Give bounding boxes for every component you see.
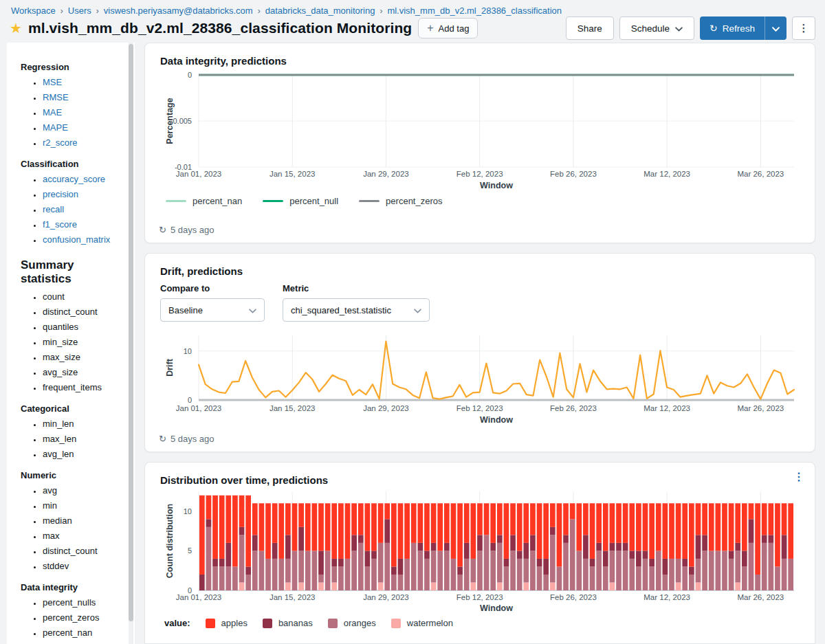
legend-item-apples[interactable]: apples	[206, 618, 248, 628]
sidebar-item-min: min	[43, 500, 125, 511]
drift-chart: 010Jan 01, 2023Jan 15, 2023Jan 29, 2023F…	[145, 324, 815, 426]
svg-text:Mar 12, 2023: Mar 12, 2023	[644, 404, 690, 412]
sidebar-item-precision[interactable]: precision	[43, 189, 125, 199]
refresh-icon: ↻	[710, 23, 718, 34]
svg-text:Drift: Drift	[165, 358, 175, 377]
sidebar-item-frequent_items: frequent_items	[43, 382, 125, 392]
sidebar-item-r2_score[interactable]: r2_score	[43, 137, 125, 148]
svg-text:Jan 01, 2023: Jan 01, 2023	[176, 170, 222, 178]
metric-label: Metric	[283, 283, 430, 293]
refresh-dropdown-button[interactable]	[764, 16, 786, 40]
svg-text:Jan 15, 2023: Jan 15, 2023	[270, 404, 316, 412]
sidebar-item-confusion_matrix[interactable]: confusion_matrix	[43, 234, 125, 245]
sidebar-item-MAE[interactable]: MAE	[43, 107, 125, 118]
metric-select[interactable]: chi_squared_test.statistic	[283, 298, 430, 322]
schedule-label: Schedule	[631, 23, 670, 34]
sidebar-item-count: count	[43, 291, 125, 302]
breadcrumb-link[interactable]: ml.vish_mm_db_v2.ml_28386_classification	[387, 5, 562, 16]
sidebar-item-avg: avg	[43, 485, 125, 496]
sidebar-item-quantiles: quantiles	[43, 322, 125, 332]
legend-label: watermelon	[407, 618, 453, 628]
svg-text:Jan 15, 2023: Jan 15, 2023	[270, 593, 316, 601]
sidebar-item-min_size: min_size	[43, 337, 125, 347]
svg-text:Feb 26, 2023: Feb 26, 2023	[550, 404, 597, 412]
legend-swatch-icon	[359, 200, 380, 202]
legend-item-oranges[interactable]: oranges	[328, 618, 376, 628]
svg-text:Mar 26, 2023: Mar 26, 2023	[737, 170, 784, 178]
drift-controls: Compare to Baseline Metric chi_squared_t…	[145, 277, 815, 322]
svg-text:Feb 26, 2023: Feb 26, 2023	[550, 593, 597, 601]
sidebar-scrollbar-thumb[interactable]	[129, 44, 133, 621]
drift-card: Drift, predictions Compare to Baseline M…	[144, 253, 815, 452]
breadcrumb-link[interactable]: Users	[68, 5, 91, 16]
sidebar-item-RMSE[interactable]: RMSE	[43, 92, 125, 102]
svg-text:Count distribution: Count distribution	[165, 504, 175, 578]
last-refreshed-label: 5 days ago	[170, 434, 214, 444]
card-title: Distribution over time, predictions	[145, 463, 815, 486]
sidebar-item-percent_nulls: percent_nulls	[43, 597, 125, 608]
svg-text:Feb 12, 2023: Feb 12, 2023	[456, 593, 503, 601]
sidebar-item-stddev: stddev	[43, 561, 125, 571]
svg-text:Jan 01, 2023: Jan 01, 2023	[176, 593, 222, 601]
refresh-button[interactable]: ↻ Refresh	[700, 16, 764, 40]
title-row: ★ ml.vish_mm_db_v2.ml_28386_classificati…	[10, 18, 478, 38]
svg-text:Feb 12, 2023: Feb 12, 2023	[456, 404, 503, 412]
compare-to-select[interactable]: Baseline	[160, 298, 265, 322]
favorite-star-icon[interactable]: ★	[10, 21, 22, 35]
refresh-icon: ↻	[159, 225, 166, 235]
legend-swatch-icon	[328, 619, 338, 628]
sidebar-section-list: min_lenmax_lenavg_len	[21, 419, 125, 459]
distribution-legend: value:applesbananasorangeswatermelon	[145, 614, 815, 628]
distribution-card: Distribution over time, predictions ⋮ 05…	[144, 462, 815, 644]
breadcrumb-separator: ›	[60, 6, 63, 16]
sidebar-item-accuracy_score[interactable]: accuracy_score	[43, 174, 125, 184]
legend-item-watermelon[interactable]: watermelon	[391, 618, 453, 628]
card-title: Drift, predictions	[145, 254, 815, 277]
breadcrumb-link[interactable]: databricks_data_monitoring	[265, 5, 375, 16]
sidebar-item-f1_score[interactable]: f1_score	[43, 219, 125, 230]
sidebar-item-max: max	[43, 531, 125, 541]
sidebar-scrollbar[interactable]	[129, 43, 133, 644]
page-title: ml.vish_mm_db_v2.ml_28386_classification…	[28, 20, 412, 36]
sidebar-item-max_len: max_len	[43, 434, 125, 444]
svg-text:10: 10	[184, 347, 192, 355]
sidebar-section-list: avgminmedianmaxdistinct_countstddev	[21, 485, 125, 571]
header-kebab-button[interactable]: ⋮	[792, 16, 815, 40]
legend-item-bananas[interactable]: bananas	[263, 618, 313, 628]
legend-item-percent_nan[interactable]: percent_nan	[166, 196, 242, 206]
legend-swatch-icon	[166, 200, 186, 202]
compare-to-label: Compare to	[160, 283, 265, 293]
sidebar-item-MAPE[interactable]: MAPE	[43, 122, 125, 133]
metrics-sidebar: RegressionMSERMSEMAEMAPEr2_scoreClassifi…	[7, 43, 135, 644]
sidebar-item-MSE[interactable]: MSE	[43, 77, 125, 87]
chevron-down-icon	[675, 23, 683, 34]
sidebar-item-max_size: max_size	[43, 352, 125, 362]
sidebar-item-avg_size: avg_size	[43, 367, 125, 377]
svg-text:Mar 26, 2023: Mar 26, 2023	[737, 593, 784, 601]
last-refreshed-label: 5 days ago	[170, 225, 214, 235]
legend-item-percent_zeros[interactable]: percent_zeros	[359, 196, 442, 206]
svg-text:Window: Window	[480, 181, 513, 190]
last-refreshed: ↻ 5 days ago	[159, 434, 214, 444]
sidebar-item-distinct_count: distinct_count	[43, 546, 125, 556]
distribution-chart: 0510Jan 01, 2023Jan 15, 2023Jan 29, 2023…	[145, 489, 815, 614]
schedule-button[interactable]: Schedule	[619, 16, 694, 40]
share-button[interactable]: Share	[566, 16, 614, 40]
legend-label: percent_nan	[192, 196, 242, 206]
sidebar-item-min_len: min_len	[43, 419, 125, 429]
card-kebab-button[interactable]: ⋮	[793, 471, 804, 482]
legend-item-percent_null[interactable]: percent_null	[263, 196, 338, 206]
svg-text:Feb 26, 2023: Feb 26, 2023	[550, 170, 597, 178]
svg-text:0: 0	[188, 71, 192, 79]
breadcrumb-link[interactable]: viswesh.periyasamy@databricks.com	[104, 5, 253, 16]
sidebar-section-title: Categorical	[21, 403, 125, 414]
legend-swatch-icon	[263, 200, 283, 202]
card-title: Data integrity, predictions	[145, 43, 815, 67]
sidebar-item-recall[interactable]: recall	[43, 204, 125, 214]
legend-swatch-icon	[206, 619, 215, 628]
breadcrumb-separator: ›	[380, 6, 382, 16]
legend-label: percent_zeros	[386, 196, 442, 206]
sidebar-item-avg_len: avg_len	[43, 449, 125, 459]
breadcrumb-link[interactable]: Workspace	[11, 5, 56, 16]
add-tag-button[interactable]: + Add tag	[418, 18, 478, 38]
